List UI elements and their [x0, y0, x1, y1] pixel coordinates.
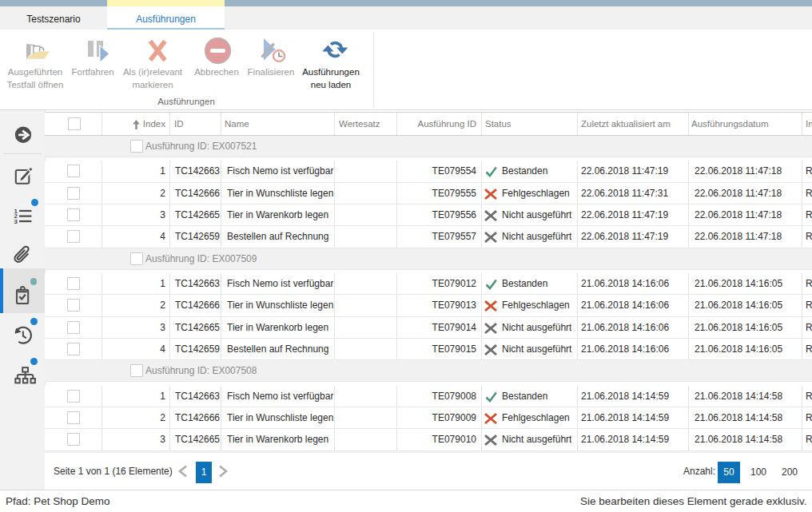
svg-text:3: 3: [14, 218, 18, 225]
